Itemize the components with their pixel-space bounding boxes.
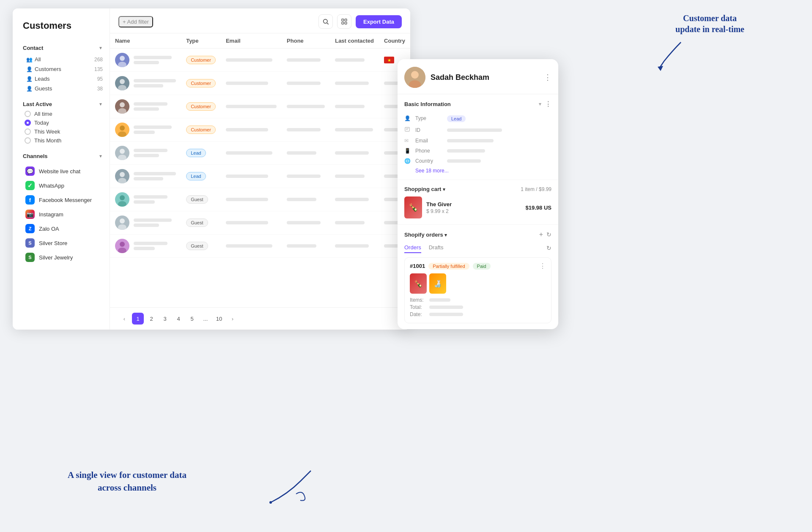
svg-point-9 [118, 62, 126, 67]
page-2-button[interactable]: 2 [145, 313, 157, 325]
avatar [115, 99, 129, 114]
add-filter-button[interactable]: + Add filter [118, 16, 153, 27]
channels-chevron-icon: ▼ [99, 154, 103, 158]
svg-point-10 [120, 79, 125, 84]
export-data-button[interactable]: Export Data [356, 15, 402, 28]
last-active-chevron-icon: ▼ [99, 102, 103, 106]
radio-circle-this-week [25, 128, 31, 135]
order-product-image-1: 🍾 [410, 273, 427, 294]
sidebar-item-leads[interactable]: 👤 Leads 95 [23, 74, 103, 84]
next-page-button[interactable]: › [227, 313, 239, 325]
chevron-down-icon: ▾ [539, 101, 541, 107]
radio-all-time[interactable]: All time [25, 111, 103, 117]
toolbar: + Add filter Export Data [110, 8, 410, 33]
table-row[interactable]: Customer [110, 72, 410, 95]
grid-view-button[interactable] [337, 14, 351, 29]
radio-circle-today [25, 120, 31, 126]
page-5-button[interactable]: 5 [186, 313, 198, 325]
last-active-section-header[interactable]: Last Active ▼ [23, 101, 103, 107]
basic-info-menu-button[interactable]: ⋮ [545, 100, 551, 108]
tab-drafts[interactable]: Drafts [429, 243, 444, 253]
svg-point-11 [118, 85, 126, 90]
chat-icon: 💬 [25, 166, 35, 176]
order-menu-button[interactable]: ⋮ [539, 262, 546, 270]
svg-marker-0 [658, 66, 663, 71]
email-bar [226, 58, 272, 62]
svg-point-14 [120, 125, 125, 131]
channel-instagram[interactable]: 📷 Instagram [23, 207, 103, 221]
refresh-icon[interactable]: ↻ [546, 245, 551, 251]
page-10-button[interactable]: 10 [213, 313, 225, 325]
prev-page-button[interactable]: ‹ [118, 313, 130, 325]
orders-title[interactable]: Shopify orders ▾ [404, 232, 447, 238]
order-details: Items: Total: Date: [410, 297, 546, 317]
order-row-top: #1001 Partially fulfilled Paid ⋮ [410, 262, 546, 270]
silver-jewelry-icon: S [25, 253, 35, 262]
channel-zalo-oa[interactable]: Z Zalo OA [23, 222, 103, 235]
page-3-button[interactable]: 3 [159, 313, 171, 325]
table-row[interactable]: Lead [110, 165, 410, 188]
table-row[interactable]: Customer [110, 118, 410, 142]
name-bar [134, 56, 172, 59]
channel-silver-store[interactable]: S Silver Store [23, 236, 103, 250]
radio-circle-this-month [25, 137, 31, 144]
radio-this-month[interactable]: This Month [25, 137, 103, 144]
order-row[interactable]: #1001 Partially fulfilled Paid ⋮ 🍾 🍶 Ite… [404, 257, 551, 323]
channel-facebook-messenger[interactable]: f Facebook Messenger [23, 193, 103, 207]
refresh-orders-button[interactable]: ↻ [546, 231, 551, 238]
country-flag [384, 57, 394, 63]
main-window: Customers Contact ▼ 👥 All 268 👤 Customer… [13, 8, 410, 330]
sidebar-item-customers[interactable]: 👤 Customers 135 [23, 64, 103, 74]
grid-icon [341, 18, 348, 25]
cart-item-price: $19.98 US [526, 205, 551, 211]
type-icon: 👤 [404, 115, 411, 121]
avatar [115, 192, 129, 207]
avatar [115, 146, 129, 160]
page-4-button[interactable]: 4 [173, 313, 184, 325]
customer-name: Sadah Beckham [431, 73, 539, 82]
see-more-link[interactable]: See 18 more... [404, 166, 551, 174]
avatar [115, 239, 129, 253]
channel-whatsapp[interactable]: ✓ WhatsApp [23, 179, 103, 192]
radio-this-week[interactable]: This Week [25, 128, 103, 135]
table-row[interactable]: Lead [110, 142, 410, 165]
cart-item: 🍾 The Giver $ 9.99 x 2 $19.98 US [404, 196, 551, 218]
detail-menu-button[interactable]: ⋮ [544, 73, 551, 82]
tab-orders[interactable]: Orders [404, 243, 421, 253]
svg-point-13 [118, 108, 126, 114]
table-row[interactable]: Guest [110, 211, 410, 235]
table-row[interactable]: Customer [110, 95, 410, 118]
basic-info-title[interactable]: Basic Information ▾ ⋮ [404, 100, 551, 108]
cart-title[interactable]: Shopping cart ▾ [404, 186, 445, 192]
contact-section-header[interactable]: Contact ▼ [23, 45, 103, 51]
items-label: Items: [410, 297, 427, 303]
table-row[interactable]: Guest [110, 235, 410, 258]
svg-point-23 [118, 224, 126, 230]
guest-icon: 👤 [26, 86, 32, 92]
radio-today[interactable]: Today [25, 120, 103, 126]
table-row[interactable]: Guest [110, 188, 410, 211]
page-ellipsis: ... [200, 313, 211, 325]
svg-point-16 [120, 149, 125, 154]
type-badge: Lead [186, 172, 206, 180]
all-people-icon: 👥 [26, 57, 32, 63]
sidebar-item-all[interactable]: 👥 All 268 [23, 55, 103, 64]
channels-section-header[interactable]: Channels ▼ [23, 153, 103, 159]
svg-rect-7 [345, 22, 347, 24]
add-order-button[interactable]: + [539, 231, 543, 238]
channel-silver-jewelry[interactable]: S Silver Jewelry [23, 251, 103, 264]
col-last-contacted: Last contacted [330, 33, 379, 49]
channel-website-live-chat[interactable]: 💬 Website live chat [23, 164, 103, 178]
toolbar-actions: Export Data [318, 14, 402, 29]
facebook-icon: f [25, 195, 35, 205]
svg-point-12 [120, 102, 125, 107]
sidebar-item-guests[interactable]: 👤 Guests 38 [23, 84, 103, 93]
type-badge: Customer [186, 102, 216, 111]
table-row[interactable]: Customer [110, 49, 410, 72]
paid-badge: Paid [473, 263, 491, 270]
silver-store-icon: S [25, 238, 35, 248]
search-button[interactable] [318, 14, 333, 29]
cart-item-name: The Giver [426, 201, 521, 207]
svg-point-22 [120, 218, 125, 224]
page-1-button[interactable]: 1 [132, 313, 144, 325]
